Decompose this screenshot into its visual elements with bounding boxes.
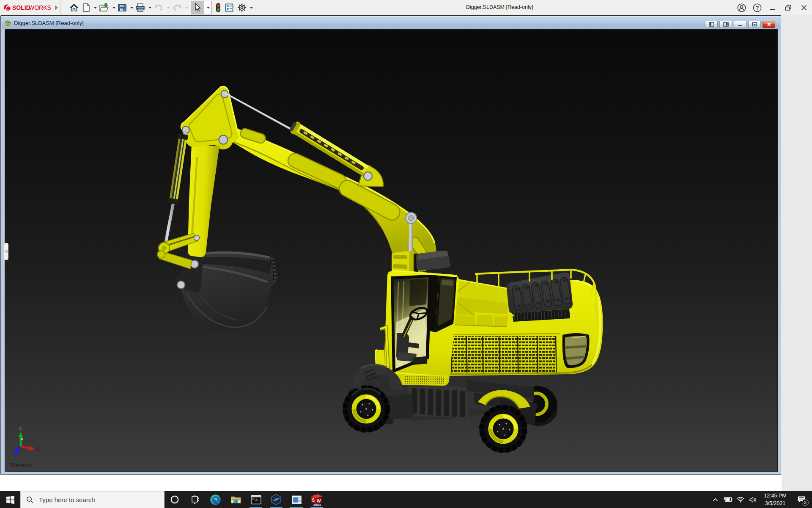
app-background-gutter [781,15,812,491]
sw-letter-s: S [312,498,315,502]
undo-icon [154,3,164,12]
taskbar-cmd-button[interactable]: C:\_ [246,491,266,508]
print-button[interactable] [134,0,147,15]
taskbar-search-box[interactable]: Type here to search [20,491,165,508]
dropdown-arrow-icon [185,7,189,9]
options-list-button[interactable] [223,0,236,15]
new-document-icon [82,3,91,12]
undo-dropdown[interactable] [166,0,170,15]
toolbar-separator [60,0,61,15]
dropdown-arrow-icon [93,7,97,9]
taskbar-edge-button[interactable] [205,491,225,508]
solidworks-year-label: 2021 [313,503,321,506]
doc-restore-icon [752,22,757,27]
assembly-icon [4,19,11,27]
doc-minimize-icon [738,22,743,27]
battery-icon [723,497,732,502]
dropdown-arrow-icon [112,7,115,9]
statusbar-strip [0,475,782,491]
doc-restore-button[interactable] [748,21,761,28]
close-button[interactable] [796,0,812,15]
new-document-dropdown[interactable] [93,0,97,15]
dropdown-arrow-icon [206,7,210,9]
start-button[interactable] [0,491,20,508]
triad-x-label: X [36,446,40,452]
engine-hood [506,273,573,322]
save-icon [118,3,127,12]
body-vents [451,336,557,373]
home-button[interactable] [68,0,80,15]
triad-y-label: Y [19,425,22,432]
solidworks-2021-icon: S W 2021 [310,493,324,506]
cortana-icon [170,495,179,504]
redo-button[interactable] [170,0,184,15]
battery-tray-button[interactable] [721,491,734,508]
help-button[interactable]: ? [749,0,765,15]
user-account-icon [737,3,746,12]
hidden-icons-button[interactable] [709,491,721,508]
dropdown-arrow-icon [167,7,170,9]
taskbar-fileexplorer-button[interactable] [225,491,246,508]
wifi-tray-button[interactable] [734,491,747,508]
solidworks-logo: SOLID WORKS [3,2,58,13]
settings-dropdown[interactable] [249,0,253,15]
taskbar-solidworks-button[interactable]: S W 2021 [307,491,327,508]
print-icon [135,3,145,12]
document-title: Digger.SLDASM [Read-only] [14,20,84,26]
show-left-pane-button[interactable] [705,21,718,28]
select-tool-group [191,1,212,14]
save-dropdown[interactable] [129,0,134,15]
print-dropdown[interactable] [148,0,152,15]
help-icon: ? [753,3,762,12]
doc-close-button[interactable] [763,21,775,28]
flyout-arrow-icon[interactable] [54,5,58,11]
view-orientation-label: *Dimetric [10,462,33,468]
select-cursor-icon [194,3,201,12]
command-prompt-icon: C:\_ [250,494,262,505]
search-icon [26,496,33,503]
undo-button[interactable] [152,0,165,15]
save-button[interactable] [116,0,129,15]
brand-name-light: WORKS [29,4,51,11]
settings-button[interactable] [236,0,248,15]
taskbar-cortana-button[interactable] [165,491,185,508]
restore-button[interactable] [781,0,796,15]
volume-tray-button[interactable] [747,491,760,508]
task-view-icon [191,495,200,504]
doc-minimize-button[interactable] [734,21,746,28]
gear-icon [237,3,247,12]
taskbar-taskview-button[interactable] [185,491,205,508]
viewport-3d[interactable]: Y X *Dimetric [5,29,778,472]
brand-name-bold: SOLID [12,4,30,11]
feature-manager-collapsed-tab[interactable] [4,243,8,260]
cmd-icon-text: C:\_ [252,497,259,500]
document-titlebar[interactable]: Digger.SLDASM [Read-only] [2,17,780,29]
feature-manager-tab-dot [5,250,8,253]
select-dropdown[interactable] [205,0,211,15]
notification-center-button[interactable]: 3 [791,491,812,508]
taskbar-3dexperience-button[interactable] [266,491,286,508]
notification-badge: 3 [802,499,809,506]
volume-icon [749,497,757,503]
taskbar-clock[interactable]: 12:45 PM 3/5/2021 [760,492,791,507]
left-pane-icon [709,22,714,27]
design-checker-button[interactable] [214,0,223,15]
close-icon [800,3,809,12]
doc-close-icon [766,22,772,27]
open-dropdown[interactable] [112,0,116,15]
taskbar-edrawings-button[interactable] [286,491,307,508]
restore-icon [784,3,793,12]
redo-dropdown[interactable] [185,0,189,15]
user-account-button[interactable] [734,0,749,15]
open-button[interactable] [97,0,111,15]
dropdown-arrow-icon [148,7,151,9]
home-icon [69,3,79,12]
show-right-pane-button[interactable] [719,21,732,28]
select-button[interactable] [191,1,204,14]
dropdown-arrow-icon [130,7,133,9]
new-document-button[interactable] [80,0,92,15]
help-glyph: ? [756,5,759,11]
app-title: Digger.SLDASM [Read-only] [466,4,533,10]
stick-arm [181,87,238,257]
minimize-button[interactable] [765,0,781,15]
